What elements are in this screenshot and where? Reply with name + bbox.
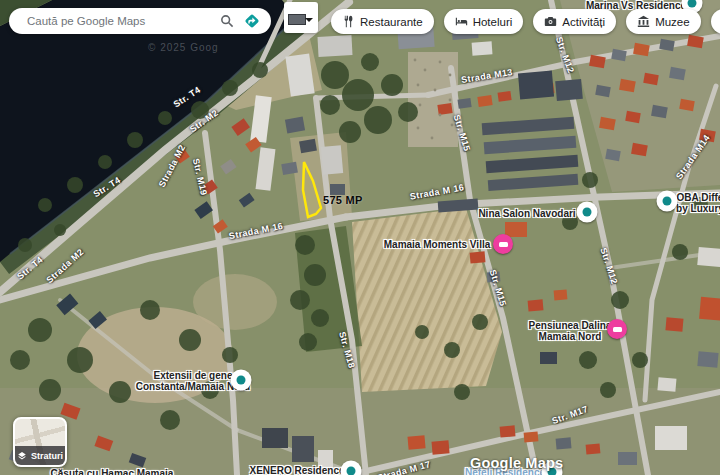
restaurant-icon [342,15,355,28]
place-label-casuta-cu-hamac-mamaia[interactable]: Căsuța cu Hamac Mamaia [51,468,174,475]
imagery-watermark: © 2025 Goog [148,42,219,53]
place-poi-icon-extensii-de-gene[interactable] [231,370,252,391]
search-bar [9,8,271,34]
place-poi-icon-xenero-residence[interactable] [341,461,362,475]
place-pin-icon-mamaia-moments-villa[interactable] [493,234,513,254]
place-poi-icon-oba-by-luxury[interactable] [657,191,678,212]
caret-down-icon [305,18,313,22]
chip-label: Hoteluri [473,16,513,28]
search-input[interactable] [25,14,211,28]
search-icon [220,14,234,28]
google-maps-app: © 2025 Goog Str. T4Str. M2Strada M2Str. … [0,0,720,475]
directions-button[interactable] [243,12,261,30]
chip-label: Restaurante [360,16,423,28]
google-maps-logo: Google Maps [470,455,563,471]
chip-museums[interactable]: Muzee [626,9,701,34]
satellite-terrain [0,0,720,475]
place-label-xenero-residence[interactable]: XENERO Residence [249,465,344,475]
chip-transit[interactable]: Transport public [711,9,720,34]
place-poi-icon-nina-salon-navodari[interactable] [577,202,598,223]
category-chips: RestauranteHoteluriActivitățiMuzeeTransp… [331,9,720,34]
chip-label: Muzee [655,16,690,28]
layers-button[interactable]: Straturi [13,417,67,467]
hotel-icon [455,15,468,28]
chip-activities[interactable]: Activități [533,9,616,34]
place-label-mamaia-moments-villa[interactable]: Mamaia Moments Villa [384,239,491,250]
place-label-nina-salon-navodari[interactable]: Nina Salon Navodari [478,208,575,219]
chip-hotels[interactable]: Hoteluri [444,9,524,34]
directions-icon [243,12,261,30]
layers-icon [17,451,27,461]
thumbnail-rect [288,14,306,25]
museum-icon [637,15,650,28]
layers-label: Straturi [31,451,63,461]
minimized-panel[interactable] [284,2,318,33]
place-pin-icon-pensiunea-dalina-mamaia-nord[interactable] [607,319,627,339]
chip-label: Activități [562,16,605,28]
map-canvas[interactable]: © 2025 Goog Str. T4Str. M2Strada M2Str. … [0,0,720,475]
place-label-oba-by-luxury[interactable]: OBA Diffeby Luxury [676,192,720,214]
camera-icon [544,15,557,28]
parcel-area-label: 575 MP [323,194,363,206]
search-button[interactable] [220,14,234,28]
chip-restaurants[interactable]: Restaurante [331,9,434,34]
place-label-pensiunea-dalina-mamaia-nord[interactable]: Pensiunea DalinaMamaia Nord [529,320,612,342]
